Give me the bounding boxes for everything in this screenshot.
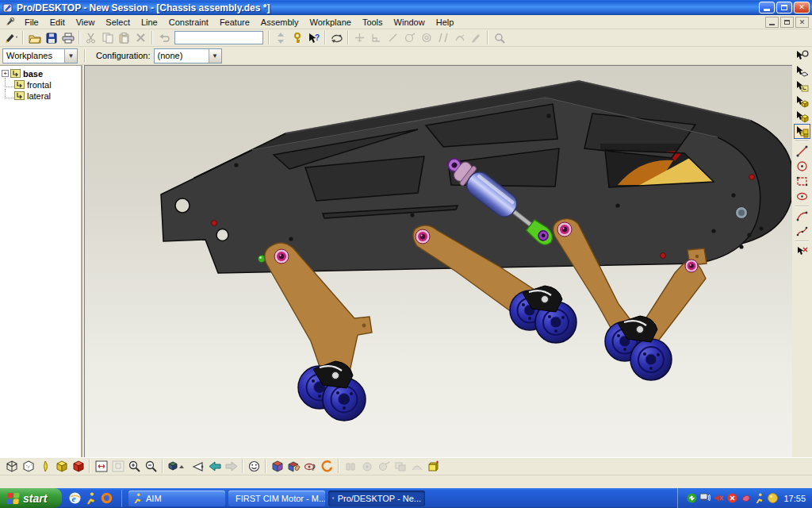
concentric-icon[interactable]	[418, 30, 435, 45]
align-mate-icon[interactable]	[342, 459, 358, 474]
taskbar-task-firefox[interactable]: FIRST CIM Motor - M...	[228, 491, 325, 506]
autoscale-smiley-icon[interactable]	[246, 459, 262, 474]
view-back-icon[interactable]	[206, 459, 223, 474]
minimize-button[interactable]	[759, 2, 775, 13]
align-offset-icon[interactable]	[392, 459, 408, 474]
expand-icon[interactable]: +	[2, 70, 9, 77]
zoom-selection-icon[interactable]	[109, 459, 126, 474]
menu-window[interactable]: Window	[389, 16, 431, 29]
pencil-icon[interactable]	[468, 30, 485, 45]
menu-edit[interactable]: Edit	[44, 16, 71, 29]
perpendicular-icon[interactable]	[368, 30, 385, 45]
zoom-out-icon[interactable]	[143, 459, 159, 474]
firefox-icon[interactable]	[100, 491, 113, 505]
sketch-line-icon-gray[interactable]	[385, 30, 401, 45]
swap-view-icon[interactable]	[272, 30, 289, 45]
align-orient-icon[interactable]	[375, 459, 392, 474]
internet-explorer-icon[interactable]: e	[68, 491, 82, 505]
rotate-view-icon[interactable]	[328, 30, 345, 45]
delete-segment-icon[interactable]	[794, 244, 810, 259]
sketch-line-icon[interactable]	[794, 144, 810, 159]
mdi-restore-button[interactable]	[780, 17, 794, 28]
half-render-icon[interactable]	[36, 459, 53, 474]
new-component-icon[interactable]	[425, 459, 442, 474]
save-icon[interactable]	[43, 30, 59, 45]
sketch-arc-icon[interactable]	[794, 209, 810, 224]
sketch-ellipse-icon[interactable]	[794, 189, 810, 204]
menu-constraint[interactable]: Constraint	[163, 16, 214, 29]
sketch-rectangle-icon[interactable]	[794, 174, 810, 189]
menu-assembly[interactable]: Assembly	[255, 16, 304, 29]
tree-item-lateral[interactable]: lateral	[2, 90, 79, 101]
activate-key-icon[interactable]	[289, 30, 305, 45]
dial-icon[interactable]	[401, 30, 418, 45]
security-alert-icon[interactable]	[726, 493, 737, 504]
messenger-pink-icon[interactable]	[740, 493, 751, 504]
find-icon[interactable]	[491, 30, 508, 45]
chevron-down-icon[interactable]: ▼	[209, 49, 221, 63]
print-icon[interactable]	[59, 30, 76, 45]
parallel-icon[interactable]	[435, 30, 451, 45]
menu-feature[interactable]: Feature	[214, 16, 255, 29]
taskbar-task-aim[interactable]: AIM	[128, 491, 225, 506]
menu-file[interactable]: File	[19, 16, 44, 29]
start-button[interactable]: start	[0, 488, 62, 508]
context-help-icon[interactable]: ?	[305, 30, 322, 45]
view-forward-icon[interactable]	[223, 459, 239, 474]
restore-button[interactable]	[776, 2, 792, 13]
menu-tools[interactable]: Tools	[357, 16, 389, 29]
taskbar-clock[interactable]: 17:55	[783, 494, 806, 503]
select-solids-icon[interactable]	[794, 109, 810, 124]
wheel-pair-front[interactable]	[298, 361, 366, 421]
open-icon[interactable]	[26, 30, 43, 45]
display-speaker-icon[interactable]	[699, 493, 710, 504]
zoom-in-icon[interactable]	[126, 459, 143, 474]
taskbar-task-prodesktop[interactable]: Pro/DESKTOP - Ne...	[328, 491, 425, 506]
enhanced-shaded-icon[interactable]	[70, 459, 86, 474]
sketch-circle-icon[interactable]	[794, 159, 810, 174]
aim-running-man-icon[interactable]	[753, 493, 764, 504]
sketch-spline-icon[interactable]	[794, 224, 810, 239]
undo-icon[interactable]	[155, 30, 172, 45]
menu-help[interactable]: Help	[431, 16, 460, 29]
select-workplanes-icon[interactable]	[794, 64, 810, 79]
volume-muted-icon[interactable]	[713, 493, 724, 504]
view-direction-icon[interactable]	[190, 459, 206, 474]
shaded-icon[interactable]	[53, 459, 70, 474]
updater-green-icon[interactable]	[686, 493, 697, 504]
zoom-extents-icon[interactable]	[93, 459, 109, 474]
snap-move-icon[interactable]	[351, 30, 368, 45]
delete-icon[interactable]	[132, 30, 149, 45]
new-sketch-icon[interactable]	[794, 79, 810, 94]
mdi-minimize-button[interactable]	[765, 17, 779, 28]
hidden-line-icon[interactable]	[20, 459, 36, 474]
aim-icon[interactable]	[84, 491, 98, 505]
menu-line[interactable]: Line	[136, 16, 163, 29]
wheel-pair-middle[interactable]	[510, 286, 576, 343]
coin-yellow-icon[interactable]	[767, 493, 778, 504]
menu-view[interactable]: View	[71, 16, 101, 29]
align-center-icon[interactable]	[358, 459, 375, 474]
tangent-arc-icon[interactable]	[451, 30, 468, 45]
select-features-icon[interactable]	[794, 124, 810, 139]
browser-combobox[interactable]: Workplanes ▼	[2, 48, 78, 64]
fly-through-icon[interactable]	[302, 459, 319, 474]
wireframe-icon[interactable]	[3, 459, 20, 474]
mdi-close-button[interactable]: ✕	[795, 17, 809, 28]
paste-icon[interactable]	[116, 30, 132, 45]
align-tangent-icon[interactable]	[408, 459, 425, 474]
select-lines-icon[interactable]	[794, 48, 810, 64]
orbit-icon[interactable]	[319, 459, 335, 474]
new-design-icon[interactable]	[3, 30, 20, 45]
drag-component-icon[interactable]	[285, 459, 302, 474]
configuration-combobox[interactable]: (none) ▼	[154, 48, 222, 64]
menu-workplane[interactable]: Workplane	[304, 16, 356, 29]
chevron-down-icon[interactable]: ▼	[64, 49, 77, 63]
shaded-workplanes-icon[interactable]	[269, 459, 285, 474]
view-presets-icon[interactable]	[166, 459, 190, 474]
close-button[interactable]: ✕	[794, 2, 810, 13]
cut-icon[interactable]	[82, 30, 99, 45]
model-viewport[interactable]	[84, 65, 792, 457]
copy-icon[interactable]	[99, 30, 116, 45]
select-faces-icon[interactable]	[794, 94, 810, 109]
